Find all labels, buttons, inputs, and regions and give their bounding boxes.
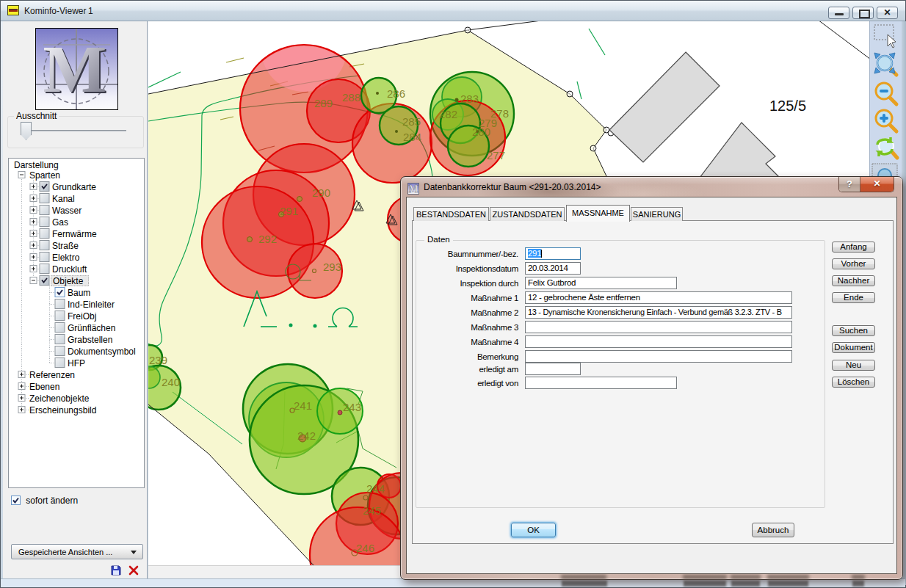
- svg-text:Elektro: Elektro: [52, 253, 80, 263]
- svg-text:293: 293: [323, 261, 341, 273]
- svg-text:Druckluft: Druckluft: [52, 264, 87, 275]
- svg-text:Gas: Gas: [52, 217, 68, 228]
- svg-text:Ebenen: Ebenen: [29, 382, 59, 392]
- svg-text:245: 245: [363, 504, 381, 517]
- svg-text:284: 284: [403, 131, 421, 143]
- svg-text:Darstellung: Darstellung: [14, 160, 59, 170]
- svg-text:FreiObj: FreiObj: [68, 311, 96, 322]
- svg-text:289: 289: [314, 97, 333, 109]
- svg-text:241: 241: [294, 399, 312, 412]
- svg-text:280: 280: [472, 126, 490, 138]
- svg-text:291: 291: [280, 205, 298, 217]
- svg-text:Erscheinungsbild: Erscheinungsbild: [29, 405, 96, 415]
- svg-text:M: M: [408, 184, 418, 195]
- svg-text:285: 285: [402, 115, 421, 128]
- svg-text:246: 246: [356, 542, 374, 554]
- svg-text:286: 286: [387, 87, 405, 100]
- svg-text:Kanal: Kanal: [52, 194, 75, 204]
- svg-text:243: 243: [343, 401, 361, 413]
- svg-text:292: 292: [258, 233, 277, 245]
- svg-text:242: 242: [297, 429, 316, 442]
- svg-text:288: 288: [342, 91, 360, 104]
- svg-text:290: 290: [312, 186, 330, 199]
- svg-text:Dokumentsymbol: Dokumentsymbol: [68, 346, 136, 357]
- svg-text:283: 283: [460, 92, 479, 105]
- svg-text:Baum: Baum: [68, 288, 90, 298]
- svg-text:Grabstellen: Grabstellen: [68, 335, 112, 345]
- svg-text:Referenzen: Referenzen: [29, 370, 75, 380]
- svg-text:240: 240: [162, 376, 180, 388]
- svg-text:Zeichenobjekte: Zeichenobjekte: [29, 393, 90, 404]
- svg-text:Ind-Einleiter: Ind-Einleiter: [68, 300, 115, 310]
- svg-text:125/5: 125/5: [769, 98, 806, 114]
- svg-text:Fernwärme: Fernwärme: [52, 229, 97, 239]
- svg-text:244: 244: [366, 482, 385, 495]
- svg-text:Wasser: Wasser: [52, 206, 81, 216]
- svg-text:239: 239: [149, 354, 167, 366]
- svg-text:HFP: HFP: [68, 358, 85, 369]
- svg-text:M: M: [43, 32, 107, 106]
- svg-text:277: 277: [487, 149, 505, 161]
- svg-text:Grundkarte: Grundkarte: [52, 182, 96, 192]
- svg-text:Straße: Straße: [52, 241, 79, 251]
- svg-text:Sparten: Sparten: [29, 170, 60, 181]
- svg-text:Objekte: Objekte: [53, 276, 84, 286]
- svg-text:Grünflächen: Grünflächen: [68, 323, 115, 333]
- svg-text:282: 282: [439, 108, 457, 120]
